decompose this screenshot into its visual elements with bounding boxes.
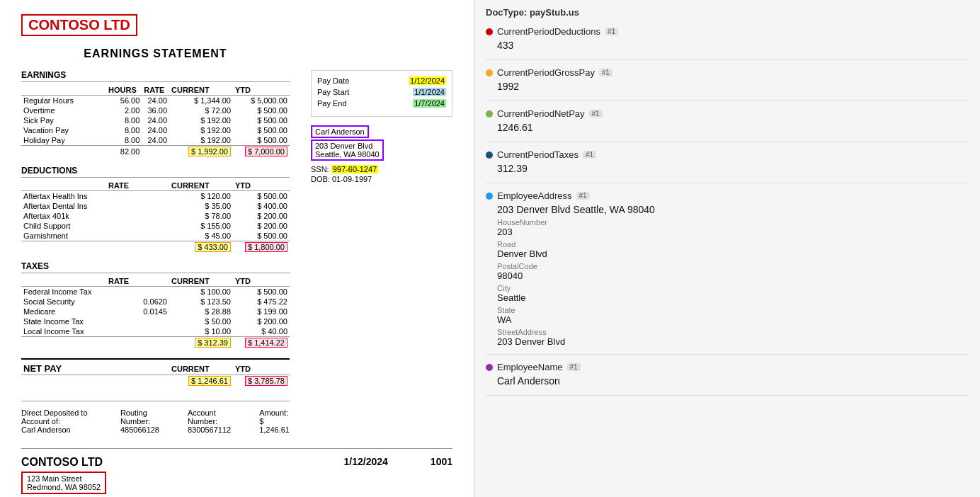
tax-row-rate	[106, 316, 169, 326]
earnings-row-current: $ 192.00	[169, 135, 233, 146]
doctype-value: payStub.us	[530, 7, 579, 18]
taxes-table: RATE CURRENT YTD Federal Income Tax $ 10…	[21, 276, 290, 348]
earnings-total-hours: 82.00	[106, 146, 142, 158]
ded-row-label: Aftertax Health Ins	[21, 191, 106, 202]
tax-col-label	[21, 276, 106, 287]
field-dot	[486, 69, 493, 76]
dd-label: Direct Deposited to Account of:	[21, 409, 92, 425]
net-pay-col-ytd: YTD	[233, 362, 290, 375]
field-dot	[486, 152, 493, 159]
field-item: CurrentPeriodDeductions #1 433	[486, 26, 969, 60]
field-header: EmployeeName #1	[486, 362, 969, 372]
sub-field-label: City	[497, 284, 969, 292]
earnings-col-hours: HOURS	[106, 85, 142, 96]
deductions-total-current: $ 433.00	[169, 241, 233, 253]
field-header: EmployeeAddress #1	[486, 190, 969, 201]
field-name: CurrentPeriodDeductions	[497, 26, 600, 37]
earnings-row-ytd: $ 500.00	[233, 115, 290, 125]
bottom-check-number: 1001	[431, 456, 452, 467]
earnings-row-rate: 24.00	[142, 96, 169, 106]
tax-row-rate: 0.0620	[106, 297, 169, 307]
earnings-col-current: CURRENT	[169, 85, 233, 96]
dd-name: Carl Anderson	[21, 425, 92, 434]
ded-row-ytd: $ 500.00	[233, 231, 290, 241]
field-header: CurrentPeriodNetPay #1	[486, 108, 969, 119]
field-name: CurrentPeriodNetPay	[497, 108, 585, 119]
ded-row-ytd: $ 500.00	[233, 191, 290, 202]
bottom-company-section: CONTOSO LTD 123 Main Street Redmond, WA …	[21, 448, 452, 494]
ded-col-label	[21, 181, 106, 191]
field-dot	[486, 364, 493, 371]
earnings-row-ytd: $ 500.00	[233, 135, 290, 146]
earnings-row-ytd: $ 500.00	[233, 125, 290, 135]
bottom-company-row: CONTOSO LTD 123 Main Street Redmond, WA …	[21, 456, 452, 494]
tax-row-rate	[106, 326, 169, 337]
pay-start-label: Pay Start	[317, 88, 349, 96]
pay-end-row: Pay End 1/7/2024	[317, 99, 446, 108]
earnings-row-ytd: $ 5,000.00	[233, 96, 290, 106]
tax-current-highlight: $ 312.39	[195, 338, 231, 348]
pay-end-value: 1/7/2024	[413, 99, 446, 108]
taxes-total-current: $ 312.39	[169, 337, 233, 349]
field-value: 203 Denver Blvd Seattle, WA 98040	[497, 204, 969, 215]
deductions-total-ytd: $ 1,800.00	[233, 241, 290, 253]
sub-field: PostalCode 98040	[497, 262, 969, 281]
sub-field-value: 203 Denver Blvd	[497, 336, 969, 347]
sub-field: HouseNumber 203	[497, 218, 969, 237]
field-dot	[486, 193, 493, 200]
net-pay-current-highlight: $ 1,246.61	[188, 376, 231, 386]
ded-col-current: CURRENT	[169, 181, 233, 191]
field-header: CurrentPeriodDeductions #1	[486, 26, 969, 37]
dd-account-area: Account Number: 8300567112	[188, 409, 231, 434]
ded-row-rate	[106, 231, 169, 241]
field-dot	[486, 110, 493, 118]
dd-routing-label: Routing Number:	[120, 409, 159, 425]
pay-start-value: 1/1/2024	[413, 88, 446, 96]
earnings-row-current: $ 1,344.00	[169, 96, 233, 106]
ded-row-label: Child Support	[21, 221, 106, 231]
bottom-right: 1/12/2024 1001	[344, 456, 452, 467]
field-badge: #1	[583, 151, 596, 159]
field-name: EmployeeName	[497, 362, 563, 372]
net-pay-label: NET PAY	[21, 362, 156, 375]
ssn-value: 997-60-1247	[331, 165, 378, 173]
pay-date-row: Pay Date 1/12/2024	[317, 76, 446, 85]
earnings-row-label: Overtime	[21, 105, 106, 115]
earnings-total-row: 82.00 $ 1,992.00 $ 7,000.00	[21, 146, 290, 158]
field-item: CurrentPeriodNetPay #1 1246.61	[486, 108, 969, 142]
deductions-row: Garnishment $ 45.00 $ 500.00	[21, 231, 290, 241]
dd-account-label-area: Direct Deposited to Account of: Carl And…	[21, 409, 92, 434]
deductions-row: Aftertax 401k $ 78.00 $ 200.00	[21, 211, 290, 221]
tax-row-label: Federal Income Tax	[21, 287, 106, 297]
dd-routing-area: Routing Number: 485066128	[120, 409, 159, 434]
sub-field-value: 203	[497, 227, 969, 237]
dob-label: DOB:	[311, 175, 330, 183]
tax-row-label: State Income Tax	[21, 316, 106, 326]
earnings-row: Sick Pay 8.00 24.00 $ 192.00 $ 500.00	[21, 115, 290, 125]
dd-routing: 485066128	[120, 425, 159, 434]
tax-ytd-highlight: $ 1,414.22	[245, 338, 287, 348]
sub-field: State WA	[497, 306, 969, 325]
ded-row-current: $ 78.00	[169, 211, 233, 221]
ded-col-ytd: YTD	[233, 181, 290, 191]
pay-date-value: 1/12/2024	[409, 76, 446, 85]
sub-field-value: 98040	[497, 270, 969, 281]
earnings-row-hours: 2.00	[106, 105, 142, 115]
field-value: 1992	[497, 81, 969, 92]
earnings-row-current: $ 192.00	[169, 125, 233, 135]
ded-row-label: Garnishment	[21, 231, 106, 241]
pay-date-label: Pay Date	[317, 76, 349, 85]
pay-info-box: Pay Date 1/12/2024 Pay Start 1/1/2024 Pa…	[311, 70, 452, 117]
field-item: EmployeeName #1 Carl Anderson	[486, 362, 969, 396]
earnings-header: EARNINGS	[21, 70, 290, 82]
left-table-area: EARNINGS STATEMENT EARNINGS HOURS RATE C…	[21, 47, 290, 434]
tax-row-label: Medicare	[21, 307, 106, 316]
deductions-header: DEDUCTIONS	[21, 166, 290, 178]
ded-row-rate	[106, 221, 169, 231]
tax-row-label: Social Security	[21, 297, 106, 307]
earnings-total-ytd: $ 7,000.00	[233, 146, 290, 158]
field-badge: #1	[589, 110, 603, 118]
earnings-row-hours: 8.00	[106, 115, 142, 125]
taxes-row: Medicare 0.0145 $ 28.88 $ 199.00	[21, 307, 290, 316]
sub-field: StreetAddress 203 Denver Blvd	[497, 328, 969, 347]
